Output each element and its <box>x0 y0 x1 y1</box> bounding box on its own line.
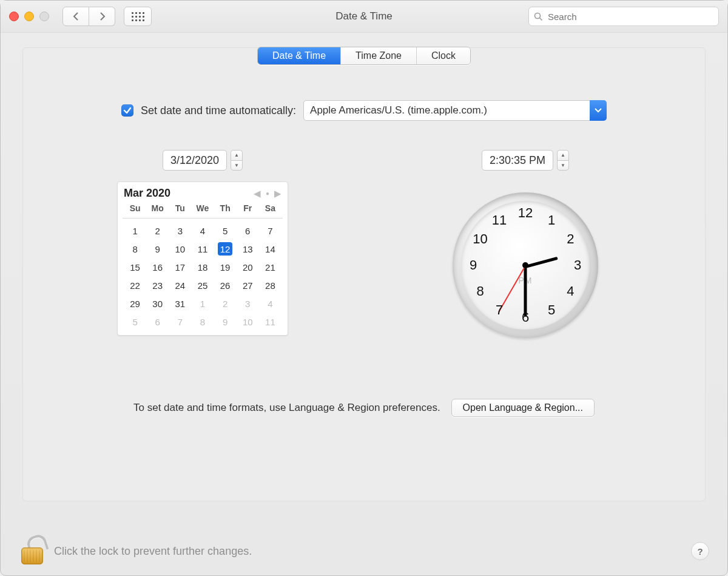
calendar-day[interactable]: 8 <box>124 242 146 256</box>
calendar-day[interactable]: 21 <box>259 260 281 274</box>
time-server-combo[interactable]: Apple Americas/U.S. (time.apple.com.) <box>303 100 607 121</box>
stepper-down-icon[interactable]: ▼ <box>231 160 243 171</box>
date-column: 3/12/2020 ▲▼ Mar 2020 ◀ ● ▶ SuMoTuWe <box>41 150 364 338</box>
calendar-day[interactable]: 7 <box>259 223 281 238</box>
clock-number: 10 <box>473 231 487 247</box>
forward-button[interactable] <box>89 7 115 26</box>
calendar-day[interactable]: 2 <box>146 223 169 238</box>
calendar-day[interactable]: 9 <box>214 314 237 329</box>
calendar[interactable]: Mar 2020 ◀ ● ▶ SuMoTuWeThFrSa12345678910… <box>117 181 288 336</box>
calendar-today-icon[interactable]: ● <box>266 190 269 197</box>
calendar-day[interactable]: 25 <box>191 278 214 293</box>
clock-number: 12 <box>518 205 533 221</box>
date-stepper-buttons[interactable]: ▲▼ <box>231 150 243 171</box>
calendar-day[interactable]: 20 <box>237 260 259 274</box>
tab-time-zone[interactable]: Time Zone <box>341 47 417 64</box>
calendar-day[interactable]: 11 <box>259 314 281 329</box>
clock-number: 2 <box>567 231 574 247</box>
calendar-day[interactable]: 22 <box>124 278 146 293</box>
back-button[interactable] <box>62 7 89 26</box>
clock-number: 9 <box>470 257 477 273</box>
calendar-day[interactable]: 9 <box>146 242 169 256</box>
calendar-day[interactable]: 30 <box>146 296 169 311</box>
calendar-next-icon[interactable]: ▶ <box>274 188 281 199</box>
calendar-day[interactable]: 18 <box>191 260 214 274</box>
calendar-day[interactable]: 13 <box>237 242 259 256</box>
calendar-day[interactable]: 16 <box>146 260 169 274</box>
clock-number: 8 <box>476 283 484 299</box>
stepper-up-icon[interactable]: ▲ <box>231 150 243 160</box>
date-value[interactable]: 3/12/2020 <box>163 150 227 171</box>
search-input[interactable] <box>547 11 713 22</box>
time-value[interactable]: 2:30:35 PM <box>482 150 553 171</box>
calendar-day[interactable]: 1 <box>124 223 146 238</box>
calendar-day[interactable]: 28 <box>259 278 281 293</box>
calendar-dow: Su <box>124 203 146 213</box>
calendar-day[interactable]: 5 <box>124 314 146 329</box>
calendar-day[interactable]: 8 <box>191 314 214 329</box>
calendar-day[interactable]: 27 <box>237 278 259 293</box>
calendar-day[interactable]: 10 <box>169 242 191 256</box>
close-window-button[interactable] <box>9 12 19 21</box>
calendar-month-label: Mar 2020 <box>124 187 170 200</box>
calendar-day[interactable]: 29 <box>124 296 146 311</box>
calendar-day[interactable]: 19 <box>214 260 237 274</box>
calendar-day[interactable]: 14 <box>259 242 281 256</box>
clock-pivot <box>522 262 528 268</box>
auto-set-row: Set date and time automatically: Apple A… <box>41 100 687 121</box>
calendar-prev-icon[interactable]: ◀ <box>254 188 261 199</box>
search-field[interactable] <box>528 7 719 26</box>
calendar-day[interactable]: 2 <box>214 296 237 311</box>
clock-number: 7 <box>496 302 503 318</box>
calendar-day[interactable]: 23 <box>146 278 169 293</box>
clock-number: 6 <box>522 310 529 325</box>
calendar-dow: We <box>191 203 214 213</box>
calendar-day[interactable]: 3 <box>237 296 259 311</box>
date-stepper[interactable]: 3/12/2020 ▲▼ <box>163 150 243 171</box>
stepper-down-icon[interactable]: ▼ <box>557 160 569 171</box>
calendar-day[interactable]: 4 <box>191 223 214 238</box>
clock-number: 5 <box>548 302 555 318</box>
open-language-region-button[interactable]: Open Language & Region... <box>451 399 595 417</box>
analog-clock[interactable]: PM 121234567891011 <box>453 192 598 338</box>
calendar-day[interactable]: 17 <box>169 260 191 274</box>
tab-clock[interactable]: Clock <box>417 47 470 64</box>
calendar-day[interactable]: 7 <box>169 314 191 329</box>
calendar-day[interactable]: 12 <box>214 242 237 256</box>
calendar-day[interactable]: 1 <box>191 296 214 311</box>
time-stepper-buttons[interactable]: ▲▼ <box>557 150 569 171</box>
time-stepper[interactable]: 2:30:35 PM ▲▼ <box>482 150 569 171</box>
time-column: 2:30:35 PM ▲▼ PM 121234567891011 <box>364 150 687 338</box>
calendar-day[interactable]: 5 <box>214 223 237 238</box>
combo-dropdown-button[interactable] <box>590 100 607 121</box>
show-all-button[interactable] <box>124 7 152 26</box>
zoom-window-button <box>39 12 49 21</box>
auto-set-label: Set date and time automatically: <box>141 104 296 117</box>
calendar-day[interactable]: 15 <box>124 260 146 274</box>
hour-hand <box>525 257 558 268</box>
calendar-dow: Fr <box>237 203 259 213</box>
minimize-window-button[interactable] <box>24 12 34 21</box>
auto-set-checkbox[interactable] <box>121 104 133 117</box>
search-icon <box>534 12 543 21</box>
nav-buttons <box>62 7 115 26</box>
calendar-day[interactable]: 10 <box>237 314 259 329</box>
tab-date-time[interactable]: Date & Time <box>258 47 341 64</box>
svg-line-1 <box>540 18 542 20</box>
calendar-day[interactable]: 31 <box>169 296 191 311</box>
calendar-day[interactable]: 4 <box>259 296 281 311</box>
tab-bar: Date & TimeTime ZoneClock <box>257 47 471 65</box>
calendar-day[interactable]: 24 <box>169 278 191 293</box>
check-icon <box>123 106 132 115</box>
stepper-up-icon[interactable]: ▲ <box>557 150 569 160</box>
help-button[interactable]: ? <box>691 542 709 560</box>
traffic-lights <box>9 12 49 21</box>
lock-button[interactable] <box>19 538 44 564</box>
calendar-day[interactable]: 26 <box>214 278 237 293</box>
grid-icon <box>132 12 144 21</box>
calendar-day[interactable]: 6 <box>237 223 259 238</box>
chevron-left-icon <box>73 12 79 21</box>
calendar-day[interactable]: 11 <box>191 242 214 256</box>
calendar-day[interactable]: 6 <box>146 314 169 329</box>
calendar-day[interactable]: 3 <box>169 223 191 238</box>
